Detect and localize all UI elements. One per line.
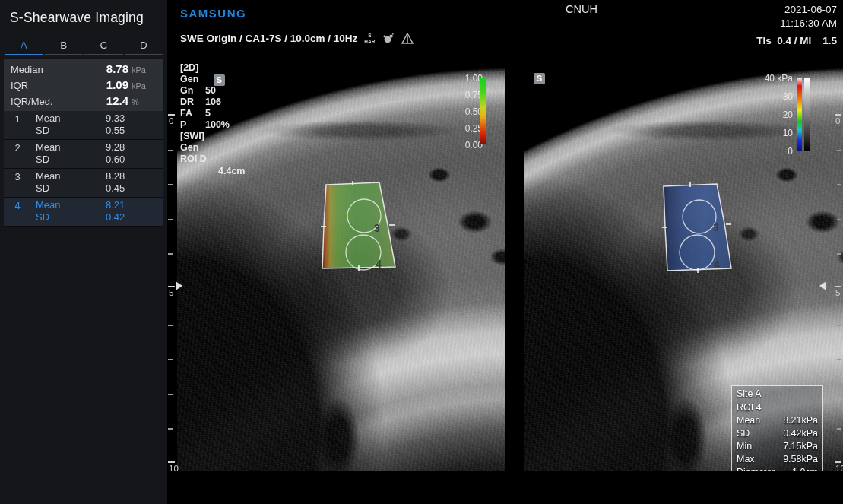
stat-sd: 0.42kPa [783, 427, 818, 440]
roi-list-item-2[interactable]: 2 Mean9.28 SD0.60 [4, 140, 163, 169]
roi-measurement-list: 1 Mean9.33 SD0.55 2 Mean9.28 SD0.60 3 Me… [4, 111, 163, 227]
probe-orientation-icon [401, 33, 414, 44]
roi-stats-box: Site A ROI 4 Mean8.21kPa SD0.42kPa Min7.… [731, 385, 823, 471]
tab-site-c[interactable]: C [84, 36, 123, 55]
median-unit: kPa [128, 65, 156, 74]
depth-5-label: 5 [169, 288, 173, 297]
colorbar-gradient [797, 78, 802, 151]
roi-list-item-3[interactable]: 3 Mean8.28 SD0.45 [4, 169, 163, 198]
circle-4-label: 4 [376, 258, 382, 270]
circle-3-label: 3 [713, 221, 719, 233]
roi-4-number: 4 [4, 200, 31, 211]
roi-1-mean-value: 9.33 [106, 113, 163, 125]
roi-3-number: 3 [4, 171, 31, 182]
iqr-unit: kPa [128, 81, 156, 90]
roi-4-sd-value: 0.42 [106, 211, 163, 223]
stat-min: 7.15kPa [783, 440, 818, 453]
circle-4-label: 4 [714, 258, 720, 271]
swe-ratio-colorbar: 1.00 0.75 0.50 0.25 0.00 [445, 61, 492, 160]
depth-5-label: 5 [835, 288, 840, 297]
roi-3-mean-label: Mean [36, 170, 106, 182]
s-orientation-marker-icon: S [534, 73, 545, 84]
imaging-area: SAMSUNG SWE Origin / CA1-7S / 10.0cm / 1… [167, 0, 843, 504]
page-title: S-Shearwave Imaging [0, 0, 167, 26]
results-sidebar: S-Shearwave Imaging A B C D Median 8.78 … [0, 0, 167, 504]
circle-3-label: 3 [374, 222, 380, 234]
site-label: Site A [732, 387, 822, 401]
focus-marker-icon[interactable] [819, 281, 826, 290]
exam-date: 2021-06-07 [780, 3, 837, 17]
roi-3-sd-label: SD [36, 182, 106, 195]
quickscan-icon [382, 33, 395, 44]
stat-max: 9.58kPa [783, 453, 818, 466]
summary-row-iqr-med: IQR/Med. 12.4 % [4, 94, 163, 110]
roi-1-sd-label: SD [36, 125, 106, 137]
hospital-name: CNUH [532, 3, 631, 15]
roi-1-number: 1 [4, 113, 31, 125]
roi-4-mean-label: Mean [36, 199, 106, 211]
ultrasound-panel-left[interactable]: 3 4 [2D] Gen Gn50 DR106 FA5 P100% [SWI] … [177, 61, 505, 471]
roi-list-item-4-selected[interactable]: 4 Mean8.21 SD0.42 [4, 198, 163, 227]
swe-roi-box[interactable] [322, 182, 395, 268]
iqr-med-value: 12.4 [90, 94, 128, 107]
stat-diameter: 1.0cm [792, 466, 818, 471]
roi-3-sd-value: 0.45 [106, 182, 163, 195]
roi-list-item-1[interactable]: 1 Mean9.33 SD0.55 [4, 111, 163, 140]
roi-3-mean-value: 8.28 [106, 170, 163, 182]
roi-2-mean-value: 9.28 [106, 141, 163, 154]
datetime-block: 2021-06-07 11:16:30 AM [780, 3, 837, 30]
summary-stats: Median 8.78 kPa IQR 1.09 kPa IQR/Med. 12… [4, 59, 163, 114]
s-orientation-marker-icon: S [214, 74, 225, 86]
scan-info-text: SWE Origin / CA1-7S / 10.0cm / 10Hz [180, 33, 357, 44]
app-screen: S-Shearwave Imaging A B C D Median 8.78 … [0, 0, 843, 504]
roi-1-mean-label: Mean [36, 113, 106, 125]
harmonic-imaging-icon: SHAR [364, 33, 375, 44]
summary-row-iqr: IQR 1.09 kPa [4, 78, 163, 94]
swe-roi-box[interactable] [664, 184, 731, 271]
graymap-gradient [804, 78, 810, 151]
roi-id: ROI 4 [737, 401, 818, 414]
stat-mean: 8.21kPa [783, 414, 818, 427]
roi-depth-value: 4.4cm [218, 166, 245, 176]
roi-1-sd-value: 0.55 [106, 125, 163, 137]
iqr-med-label: IQR/Med. [11, 96, 90, 107]
tab-site-a[interactable]: A [5, 36, 43, 55]
depth-0-label: 0 [835, 116, 840, 125]
median-value: 8.78 [90, 62, 128, 75]
roi-4-sd-label: SD [36, 211, 106, 223]
tab-site-b[interactable]: B [45, 36, 84, 55]
roi-2-sd-label: SD [36, 154, 106, 166]
site-tabs: A B C D [5, 36, 163, 55]
colorbar-gradient [480, 78, 486, 144]
iqr-label: IQR [11, 80, 90, 91]
focus-marker-icon[interactable] [176, 281, 182, 290]
tab-site-d[interactable]: D [125, 36, 163, 55]
depth-10-label: 10 [169, 464, 179, 473]
summary-row-median: Median 8.78 kPa [4, 62, 163, 78]
iqr-value: 1.09 [90, 78, 128, 91]
roi-4-mean-value: 8.21 [106, 199, 163, 211]
iqr-med-unit: % [128, 97, 156, 106]
exam-time: 11:16:30 AM [780, 17, 837, 30]
ti-mi-readout: TIs 0.4 / MI 1.5 [756, 35, 837, 46]
depth-0-label: 0 [169, 116, 173, 125]
depth-10-label: 10 [835, 464, 843, 473]
scan-info-bar: SWE Origin / CA1-7S / 10.0cm / 10Hz SHAR [180, 33, 414, 44]
roi-2-number: 2 [4, 142, 31, 154]
median-label: Median [11, 64, 90, 75]
roi-2-sd-value: 0.60 [106, 154, 163, 166]
kpa-colorbar: 40 kPa 30 20 10 0 [755, 61, 813, 160]
samsung-logo: SAMSUNG [180, 7, 246, 20]
roi-2-mean-label: Mean [36, 141, 106, 154]
ultrasound-panel-right[interactable]: 3 4 S 40 kPa 30 20 10 0 Site A ROI 4 Mea… [524, 61, 843, 471]
